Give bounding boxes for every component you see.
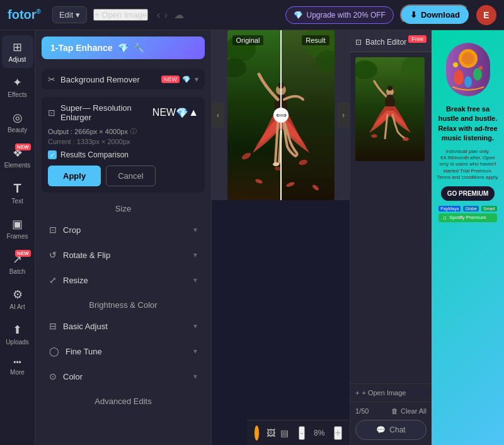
free-badge: Free [408,35,427,43]
rotate-label: Rotate & Flip [63,251,193,260]
new-badge: NEW [152,107,176,118]
resize-icon: ⤢ [49,275,57,285]
comparison-label: Results Comparison [60,150,129,159]
diamond-icon: 💎 [182,76,191,84]
chevron-down-icon: ▾ [193,347,197,356]
ad-small-text: Individual plan only. €4.99/month after.… [437,149,499,181]
plus-icon: + [355,389,359,397]
upgrade-button[interactable]: 💎 Upgrade with 20% OFF [285,6,394,24]
chat-button[interactable]: 💬 Chat [355,420,427,440]
left-sidebar: ⊞ Adjust ✦ Effects ◎ Beauty NEW ❖ Elemen… [0,30,35,445]
open-image-button[interactable]: + Open Image [93,9,148,21]
fine-tune-label: Fine Tune [66,347,193,356]
ad-svg [443,37,493,99]
zoom-in-button[interactable]: + [334,426,342,440]
basic-adjust-tool[interactable]: ⊟ Basic Adjust ▾ [42,315,205,337]
batch-title: ⊡ Batch Editor [355,38,408,47]
cloud-icon: ☁ [174,9,184,21]
batch-image-container [350,52,432,383]
svg-point-33 [453,62,458,67]
right-panel: Free ⊡ Batch Editor [350,30,432,445]
diamond-icon: 💎 [176,107,188,119]
edit-label: Edit [59,10,73,20]
info-icon[interactable]: ⓘ [130,127,137,136]
sidebar-item-adjust[interactable]: ⊞ Adjust [2,35,33,68]
count-clear-row: 1/50 🗑 Clear All [355,407,427,415]
background-remover-header[interactable]: ✂ Background Remover NEW 💎 ▾ [42,69,205,89]
canvas-wrapper: ‹ [212,30,350,445]
back-button[interactable]: ‹ [157,9,160,21]
zoom-value: 8% [310,429,329,437]
chevron-down-icon: ▾ [193,372,197,381]
basic-adjust-label: Basic Adjust [63,322,193,331]
new-badge: NEW [15,144,31,150]
forward-button[interactable]: › [164,9,167,21]
sidebar-item-text[interactable]: T Text [2,176,33,210]
fine-tune-tool[interactable]: ◯ Fine Tune ▾ [42,340,205,363]
rotate-tool[interactable]: ↺ Rotate & Flip ▾ [42,244,205,266]
sidebar-item-label: Batch [9,268,26,275]
zoom-out-button[interactable]: - [299,426,304,440]
sidebar-item-label: Uploads [6,339,29,346]
sidebar-item-ai-art[interactable]: ⚙ AI Art [2,283,33,315]
download-button[interactable]: ⬇ Download [400,4,470,25]
avatar[interactable]: E [476,5,496,25]
remove-icon: ✂ [48,74,55,84]
svg-point-29 [462,52,474,65]
open-image-in-batch-button[interactable]: + + Open Image [350,383,432,402]
sidebar-item-uploads[interactable]: ⬆ Uploads [2,318,33,351]
clear-all-button[interactable]: 🗑 Clear All [391,407,427,415]
super-resolution-title: Super— Resolution Enlarger [60,103,152,122]
svg-point-30 [454,70,464,85]
collapse-handle[interactable]: ‹ [212,103,224,128]
right-collapse-handle[interactable]: › [337,103,350,128]
text-icon: T [13,181,21,196]
sidebar-item-batch[interactable]: NEW ↗ Batch [2,247,33,280]
svg-point-32 [464,76,472,87]
apply-cancel-row: Apply Cancel [48,166,198,186]
comparison-checkbox[interactable]: ✓ [48,150,57,159]
size-section-title: Size [35,204,211,213]
sidebar-item-frames[interactable]: ▣ Frames [2,212,33,245]
image-icon: 🖼 [266,428,275,438]
sidebar-item-effects[interactable]: ✦ Effects [2,70,33,103]
canvas-area: ‹ [212,30,350,200]
settings-icon: 🔧 [134,43,144,53]
sidebar-item-label: More [10,369,25,376]
edit-button[interactable]: Edit ▾ [52,6,87,23]
svg-text:⟺: ⟺ [275,111,286,120]
batch-editor-title: Batch Editor [365,38,406,47]
sidebar-item-label: Adjust [9,56,26,63]
svg-point-25 [371,134,377,138]
comparison-row: ✓ Results Comparison [48,150,198,159]
effects-icon: ✦ [13,76,22,89]
tap-enhance-button[interactable]: 1-Tap Enhance 💎 🔧 [42,37,205,59]
sidebar-item-beauty[interactable]: ◎ Beauty [2,106,33,138]
chevron-up-icon[interactable]: ▲ [188,107,198,118]
open-image-label: + Open Image [94,10,147,20]
resize-tool[interactable]: ⤢ Resize ▾ [42,269,205,291]
sidebar-item-more[interactable]: ••• More [2,353,33,381]
dancer-visual: ⟺ [227,30,335,200]
batch-icon: ⊡ [355,38,362,47]
chat-icon: 💬 [376,425,386,434]
color-tool[interactable]: ⊙ Color ▾ [42,365,205,388]
apply-button[interactable]: Apply [48,166,101,186]
ad-logos: PayMaya Globe Smart ♫ Spotify Premium [438,206,497,222]
current-info: Current : 1333px × 2000px [48,138,198,145]
uploads-icon: ⬆ [13,323,22,337]
new-badge: NEW [161,76,180,83]
crop-label: Crop [63,225,193,235]
chevron-down-icon: ▾ [193,276,197,284]
sidebar-item-label: Elements [4,162,31,169]
sidebar-item-label: Frames [7,233,28,240]
cancel-button[interactable]: Cancel [106,166,155,186]
chevron-left-icon: ‹ [217,111,219,120]
go-premium-button[interactable]: GO PREMIUM [441,186,495,201]
cancel-label: Cancel [118,171,143,181]
tap-enhance-label: 1-Tap Enhance [50,43,113,53]
super-resolution-tool: ⊡ Super— Resolution Enlarger NEW 💎 ▲ Out… [42,97,205,193]
check-icon: ✓ [50,152,55,159]
sidebar-item-elements[interactable]: NEW ❖ Elements [2,141,33,174]
crop-tool[interactable]: ⊡ Crop ▾ [42,218,205,241]
